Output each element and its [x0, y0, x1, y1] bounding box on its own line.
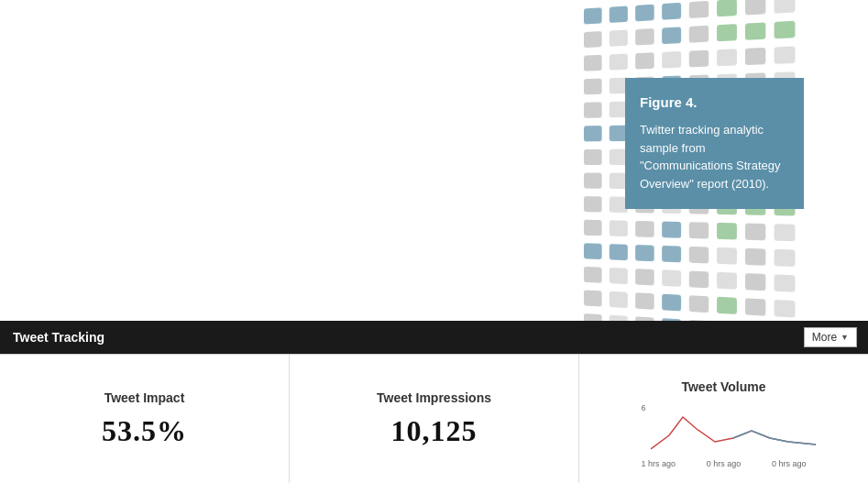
- ribbon-cell: [635, 221, 654, 237]
- tweet-impressions-value: 10,125: [391, 414, 478, 448]
- ribbon-cell: [635, 28, 654, 46]
- ribbon-cell: [584, 149, 602, 165]
- ribbon-cell: [662, 269, 681, 287]
- ribbon-cell: [662, 27, 681, 44]
- ribbon-cell: [717, 223, 737, 240]
- bottom-bar: Tweet Tracking More ▼: [0, 321, 868, 354]
- ribbon-cell: [689, 247, 709, 264]
- ribbon-cell: [584, 196, 602, 212]
- ribbon-cell: [775, 249, 796, 267]
- ribbon-cell: [775, 46, 796, 63]
- ribbon-cell: [745, 22, 765, 39]
- ribbon-cell: [610, 244, 628, 260]
- ribbon-cell: [584, 290, 602, 306]
- figure-label: Figure 4.: [640, 94, 789, 110]
- tweet-impressions-label: Tweet Impressions: [377, 390, 491, 405]
- ribbon-cell: [689, 1, 709, 18]
- ribbon-cell: [689, 26, 709, 43]
- ribbon-cell: [635, 292, 654, 310]
- ribbon-cell: [584, 220, 602, 236]
- ribbon-cell: [584, 313, 602, 321]
- ribbon-cell: [584, 7, 602, 24]
- ribbon-cell: [689, 222, 709, 238]
- more-arrow-icon: ▼: [841, 333, 849, 342]
- tweet-volume-chart: 6 1 hrs ago 0 hrs ago 0 hrs ago: [642, 403, 807, 458]
- tweet-impact-value: 53.5%: [102, 414, 187, 448]
- ribbon-cell: [662, 294, 681, 312]
- ribbon-cell: [689, 320, 709, 321]
- ribbon-cell: [717, 247, 737, 265]
- chart-label-2: 0 hrs ago: [707, 459, 742, 468]
- ribbon-cell: [662, 222, 681, 238]
- ribbon-cell: [662, 318, 681, 321]
- ribbon-cell: [584, 31, 602, 48]
- ribbon-cell: [717, 297, 737, 314]
- tweet-impact-label: Tweet Impact: [104, 390, 185, 405]
- ribbon-cell: [635, 269, 654, 285]
- ribbon-cell: [745, 248, 765, 266]
- ribbon-cell: [775, 274, 796, 291]
- ribbon-cell: [717, 0, 737, 16]
- ribbon-cell: [745, 48, 765, 65]
- ribbon-cell: [610, 54, 628, 71]
- ribbon-cell: [745, 224, 765, 241]
- ribbon-cell: [775, 224, 796, 241]
- ribbon-cell: [689, 50, 709, 68]
- ribbon-cell: [635, 245, 654, 261]
- ribbon-cell: [689, 295, 709, 313]
- tweet-volume-card: Tweet Volume 6 1 hrs ago 0 hrs ago 0 hrs…: [579, 355, 868, 483]
- tweet-volume-label: Tweet Volume: [681, 379, 765, 394]
- ribbon-cell: [635, 5, 654, 22]
- ribbon-cell: [775, 0, 796, 14]
- ribbon-cell: [745, 273, 765, 291]
- ribbon-cell: [775, 21, 796, 39]
- ribbon-cell: [584, 267, 602, 283]
- ribbon-cell: [584, 243, 602, 259]
- ribbon-cell: [635, 52, 654, 69]
- ribbon-cell: [610, 268, 628, 284]
- more-button[interactable]: More ▼: [804, 327, 857, 347]
- ribbon-cell: [584, 79, 602, 95]
- viz-area: Figure 4. Twitter tracking analytic samp…: [0, 0, 868, 321]
- ribbon-cell: [610, 220, 628, 236]
- ribbon-cell: [610, 29, 628, 46]
- chart-label-3: 0 hrs ago: [772, 459, 807, 468]
- metrics-row: Tweet Impact 53.5% Tweet Impressions 10,…: [0, 354, 868, 483]
- ribbon-cell: [610, 291, 628, 308]
- chart-label-1: 1 hrs ago: [642, 459, 676, 468]
- ribbon-cell: [689, 271, 709, 289]
- ribbon-cell: [775, 300, 796, 318]
- bar-title: Tweet Tracking: [13, 330, 104, 345]
- ribbon-cell: [610, 315, 628, 321]
- ribbon-cell: [717, 24, 737, 41]
- ribbon-cell: [662, 51, 681, 69]
- ribbon-cell: [584, 173, 602, 189]
- chart-time-labels: 1 hrs ago 0 hrs ago 0 hrs ago: [642, 459, 807, 468]
- ribbon-cell: [584, 102, 602, 118]
- ribbon-cell: [584, 55, 602, 71]
- info-box: Figure 4. Twitter tracking analytic samp…: [625, 78, 804, 209]
- ribbon-cell: [745, 298, 765, 315]
- sparkline-svg: [651, 403, 816, 454]
- ribbon-cell: [662, 246, 681, 262]
- more-label: More: [812, 331, 837, 344]
- figure-text: Twitter tracking analytic sample from "C…: [640, 121, 789, 192]
- tweet-impressions-card: Tweet Impressions 10,125: [290, 355, 579, 483]
- ribbon-cell: [745, 0, 765, 16]
- ribbon-cell: [584, 126, 602, 141]
- ribbon-cell: [717, 272, 737, 290]
- ribbon-cell: [717, 49, 737, 66]
- ribbon-cell: [635, 316, 654, 321]
- tweet-impact-card: Tweet Impact 53.5%: [0, 355, 290, 483]
- ribbon-cell: [610, 5, 628, 22]
- ribbon-cell: [662, 3, 681, 20]
